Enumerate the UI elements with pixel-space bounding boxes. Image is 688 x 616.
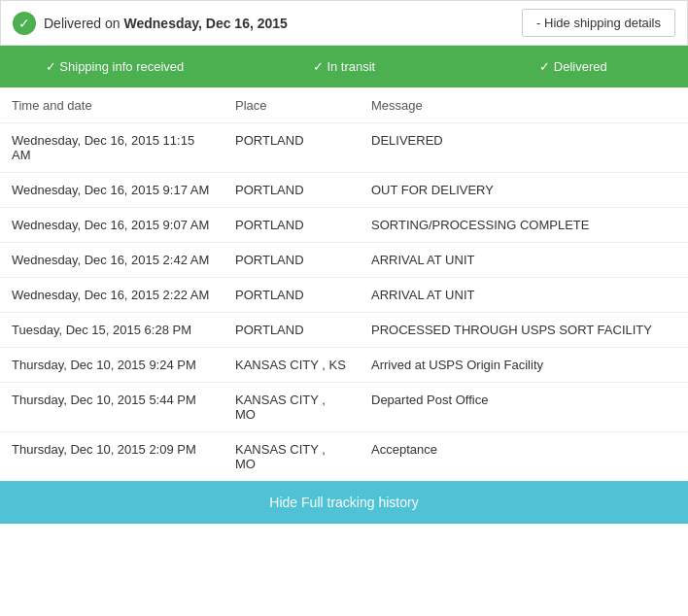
cell-message: OUT FOR DELIVERY bbox=[360, 173, 688, 208]
delivered-label: Delivered on Wednesday, Dec 16, 2015 bbox=[44, 16, 288, 31]
tab-delivered[interactable]: ✓ Delivered bbox=[459, 46, 688, 87]
col-header-message: Message bbox=[360, 88, 688, 123]
cell-date: Thursday, Dec 10, 2015 9:24 PM bbox=[0, 348, 224, 383]
hide-shipping-button[interactable]: - Hide shipping details bbox=[522, 9, 675, 37]
table-row: Tuesday, Dec 15, 2015 6:28 PMPORTLANDPRO… bbox=[0, 313, 688, 348]
cell-date: Wednesday, Dec 16, 2015 2:42 AM bbox=[0, 243, 224, 278]
cell-date: Wednesday, Dec 16, 2015 2:22 AM bbox=[0, 278, 224, 313]
cell-place: PORTLAND bbox=[224, 173, 360, 208]
top-bar: ✓ Delivered on Wednesday, Dec 16, 2015 -… bbox=[0, 0, 688, 46]
cell-date: Thursday, Dec 10, 2015 5:44 PM bbox=[0, 383, 224, 432]
tab-shipping-info[interactable]: ✓ Shipping info received bbox=[0, 46, 229, 87]
table-row: Wednesday, Dec 16, 2015 9:07 AMPORTLANDS… bbox=[0, 208, 688, 243]
cell-message: PROCESSED THROUGH USPS SORT FACILITY bbox=[360, 313, 688, 348]
cell-message: Arrived at USPS Origin Facility bbox=[360, 348, 688, 383]
cell-date: Wednesday, Dec 16, 2015 11:15 AM bbox=[0, 123, 224, 173]
check-icon: ✓ bbox=[13, 12, 36, 35]
cell-message: Departed Post Office bbox=[360, 383, 688, 432]
cell-message: ARRIVAL AT UNIT bbox=[360, 278, 688, 313]
cell-date: Wednesday, Dec 16, 2015 9:17 AM bbox=[0, 173, 224, 208]
cell-date: Tuesday, Dec 15, 2015 6:28 PM bbox=[0, 313, 224, 348]
table-row: Wednesday, Dec 16, 2015 11:15 AMPORTLAND… bbox=[0, 123, 688, 173]
cell-place: KANSAS CITY , MO bbox=[224, 383, 360, 432]
cell-place: PORTLAND bbox=[224, 278, 360, 313]
table-row: Wednesday, Dec 16, 2015 9:17 AMPORTLANDO… bbox=[0, 173, 688, 208]
hide-full-history-button[interactable]: Hide Full tracking history bbox=[0, 481, 688, 524]
cell-date: Thursday, Dec 10, 2015 2:09 PM bbox=[0, 432, 224, 482]
col-header-place: Place bbox=[224, 88, 360, 123]
cell-place: PORTLAND bbox=[224, 208, 360, 243]
table-row: Thursday, Dec 10, 2015 9:24 PMKANSAS CIT… bbox=[0, 348, 688, 383]
progress-tabs: ✓ Shipping info received ✓ In transit ✓ … bbox=[0, 46, 688, 87]
cell-message: ARRIVAL AT UNIT bbox=[360, 243, 688, 278]
table-row: Thursday, Dec 10, 2015 5:44 PMKANSAS CIT… bbox=[0, 383, 688, 432]
tab-in-transit[interactable]: ✓ In transit bbox=[229, 46, 459, 87]
cell-message: Acceptance bbox=[360, 432, 688, 482]
cell-place: KANSAS CITY , KS bbox=[224, 348, 360, 383]
table-row: Wednesday, Dec 16, 2015 2:22 AMPORTLANDA… bbox=[0, 278, 688, 313]
cell-place: PORTLAND bbox=[224, 243, 360, 278]
table-row: Wednesday, Dec 16, 2015 2:42 AMPORTLANDA… bbox=[0, 243, 688, 278]
cell-message: SORTING/PROCESSING COMPLETE bbox=[360, 208, 688, 243]
tracking-table: Time and date Place Message Wednesday, D… bbox=[0, 87, 688, 481]
cell-place: PORTLAND bbox=[224, 123, 360, 173]
table-row: Thursday, Dec 10, 2015 2:09 PMKANSAS CIT… bbox=[0, 432, 688, 482]
col-header-date: Time and date bbox=[0, 88, 224, 123]
cell-date: Wednesday, Dec 16, 2015 9:07 AM bbox=[0, 208, 224, 243]
cell-place: KANSAS CITY , MO bbox=[224, 432, 360, 482]
delivered-date: Wednesday, Dec 16, 2015 bbox=[124, 16, 288, 31]
cell-place: PORTLAND bbox=[224, 313, 360, 348]
cell-message: DELIVERED bbox=[360, 123, 688, 173]
delivered-text: ✓ Delivered on Wednesday, Dec 16, 2015 bbox=[13, 12, 288, 35]
